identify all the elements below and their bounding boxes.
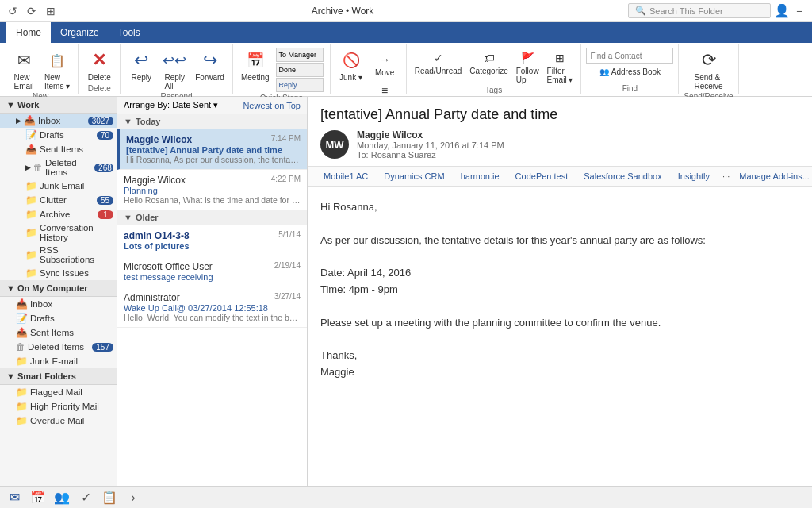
refresh-icon[interactable]: ⟳ [25,5,38,17]
sidebar-item-conv-history[interactable]: 📁 Conversation History [0,221,117,244]
sidebar-item-sent[interactable]: 📤 Sent Items [0,142,117,156]
ribbon-group-new: ✉ NewEmail 📋 NewItems ▾ New [3,44,79,94]
reply-label: Reply [131,73,151,82]
manage-add-ins-button[interactable]: Manage Add-ins... [739,171,810,181]
junk-label: Junk Email [40,181,84,190]
sidebar-item-clutter[interactable]: 📁 Clutter 55 [0,193,117,207]
clutter-folder-icon: 📁 [25,194,37,206]
move-button[interactable]: → Move [369,49,401,79]
add-in-salesforce[interactable]: Salesforce Sandbox [580,170,665,183]
sf-expand-icon[interactable]: ▼ [6,371,15,381]
send-receive-button[interactable]: ⟳ Send &Receive [691,46,726,92]
new-email-label: NewEmail [13,73,33,90]
deleted-badge: 268 [94,164,113,172]
add-in-harmon[interactable]: harmon.ie [458,170,503,183]
newest-on-top-button[interactable]: Newest on Top [243,101,301,110]
sidebar-item-deleted[interactable]: ▶ 🗑 Deleted Items 268 [0,156,117,179]
drafts-label: Drafts [40,130,64,140]
more-nav-icon[interactable]: › [122,488,144,507]
find-group-label: Find [622,84,638,93]
arrange-by-label[interactable]: Arrange By: Date Sent ▾ [124,100,218,110]
older-expand-icon[interactable]: ▼ [124,213,132,222]
reading-pane: [tentative] Annual Party date and time M… [308,97,812,486]
read-unread-button[interactable]: ✓ Read/Unread [412,48,465,77]
expand-inbox-icon[interactable]: ▶ [16,117,21,125]
people-nav-icon[interactable]: 👥 [51,488,73,507]
calendar-nav-icon[interactable]: 📅 [27,488,49,507]
new-items-icon: 📋 [44,48,70,73]
sidebar-item-high-priority[interactable]: 📁 High Priority Mail [0,399,117,414]
sidebar-item-flagged[interactable]: 📁 Flagged Mail [0,385,117,399]
email-time-4: 2/19/14 [274,261,301,270]
email-item-5[interactable]: Administrator 3/27/14 Wake Up Call@ 03/2… [117,287,307,328]
add-in-dynamics[interactable]: Dynamics CRM [381,170,447,183]
forward-button[interactable]: ↪ Forward [192,46,228,83]
categorize-button[interactable]: 🏷 Categorize [466,48,511,77]
expand-deleted-icon[interactable]: ▶ [25,164,31,171]
tab-tools[interactable]: Tools [109,22,150,43]
omc-expand-icon[interactable]: ▼ [6,283,15,293]
add-in-codepen[interactable]: CodePen test [512,170,572,183]
email-item-2[interactable]: Maggie Wilcox 4:22 PM Planning Hello Ros… [117,170,307,210]
email-subject-3: Lots of pictures [124,241,301,251]
sidebar-item-rss[interactable]: 📁 RSS Subscriptions [0,244,117,266]
account-icon[interactable]: 👤 [776,5,788,17]
search-bar[interactable]: 🔍 Search This Folder [628,3,771,18]
today-expand-icon[interactable]: ▼ [124,117,132,126]
send-receive-label: Send &Receive [694,73,722,90]
body-time: Time: 4pm - 9pm [320,282,799,298]
address-book-icon: 👥 [599,67,609,76]
sidebar-item-overdue[interactable]: 📁 Overdue Mail [0,414,117,428]
ribbon-toolbar: ✉ NewEmail 📋 NewItems ▾ New ✕ Delete Del… [0,43,812,97]
filter-email-button[interactable]: ⊞ FilterEmail ▾ [544,48,576,86]
junk-button[interactable]: 🚫 Junk ▾ [335,46,367,83]
minimize-icon[interactable]: − [793,5,806,17]
sidebar-item-inbox[interactable]: ▶ 📥 Inbox 3027 [0,114,117,128]
sidebar-item-omc-inbox[interactable]: 📥 Inbox [0,297,117,311]
add-in-mobile1ac[interactable]: Mobile1 AC [320,170,371,183]
ribbon-group-quicksteps: 📅 Meeting To Manager Done Reply... Quick… [233,44,331,94]
new-items-button[interactable]: 📋 NewItems ▾ [41,46,73,92]
app-icon[interactable]: ⊞ [44,5,57,17]
sidebar-item-drafts[interactable]: 📝 Drafts 70 [0,128,117,142]
reply-all-button[interactable]: ↩↩ ReplyAll [159,46,190,92]
sidebar-item-junk[interactable]: 📁 Junk Email [0,179,117,193]
tab-organize[interactable]: Organize [51,22,109,43]
new-items-label: NewItems ▾ [44,73,70,90]
mail-nav-icon[interactable]: ✉ [3,488,25,507]
ribbon-group-find: 👥 Address Book Find [581,44,679,94]
email-item-4[interactable]: Microsoft Office User 2/19/14 test messa… [117,256,307,287]
reply-icon: ↩ [128,48,154,73]
meeting-button[interactable]: 📅 Meeting [238,46,273,83]
sidebar-item-omc-sent[interactable]: 📤 Sent Items [0,325,117,340]
follow-up-button[interactable]: 🚩 FollowUp [513,48,542,86]
email-preview-2: Hello Rosanna, What is the time and date… [124,195,301,205]
body-date: Date: April 14, 2016 [320,265,799,282]
sidebar-item-sync[interactable]: 📁 Sync Issues [0,266,117,280]
add-in-insightly[interactable]: Insightly [675,170,713,183]
categorize-label: Categorize [469,67,508,75]
tab-home[interactable]: Home [6,22,51,43]
delete-button[interactable]: ✕ Delete [83,46,115,83]
sidebar-item-omc-junk[interactable]: 📁 Junk E-mail [0,354,117,368]
follow-up-label: FollowUp [516,67,539,84]
reply-button[interactable]: ↩ Reply [125,46,157,83]
work-expand-icon[interactable]: ▼ [6,100,15,110]
tasks-nav-icon[interactable]: ✓ [75,488,97,507]
address-book-button[interactable]: 👥 Address Book [586,66,673,78]
sidebar-item-omc-deleted[interactable]: 🗑 Deleted Items 157 [0,340,117,354]
ribbon-group-move: 🚫 Junk ▾ → Move ≡ Rules ▾ Move [331,44,407,94]
inbox-folder-icon: 📥 [24,115,36,126]
email-item-1[interactable]: Maggie Wilcox 7:14 PM [tentative] Annual… [117,129,307,170]
add-in-more-button[interactable]: ··· [722,171,730,181]
sidebar-item-omc-drafts[interactable]: 📝 Drafts [0,311,117,325]
arrange-dropdown-icon: ▾ [213,100,218,110]
move-label: Move [375,68,394,77]
sidebar-item-archive[interactable]: 📁 Archive 1 [0,207,117,221]
find-contact-input[interactable] [586,48,673,64]
new-email-button[interactable]: ✉ NewEmail [8,46,40,92]
inbox-label: Inbox [38,116,60,125]
notes-nav-icon[interactable]: 📋 [98,488,121,507]
back-icon[interactable]: ↺ [6,5,19,17]
email-item-3[interactable]: admin O14-3-8 5/1/14 Lots of pictures [117,225,307,256]
